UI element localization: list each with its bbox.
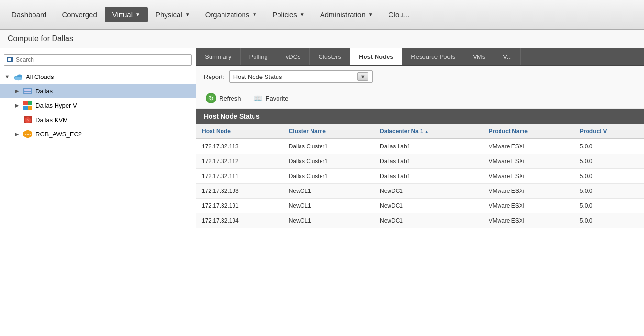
cell-clustername: Dallas Cluster1 [283,169,374,184]
tab-bar: Summary Polling vDCs Clusters Host Nodes… [196,48,644,66]
svg-point-3 [14,77,22,80]
cell-datacentername: NewDC1 [374,184,483,199]
cell-productversion: 5.0.0 [574,199,644,213]
cell-productname: VMware ESXi [483,199,574,213]
sidebar-item-rob-aws[interactable]: ▶ AWS ROB_AWS_EC2 [0,127,196,141]
action-row: ↻ Refresh 📖 Favorite [196,88,644,109]
sidebar-search-wrap [4,54,192,66]
nav-virtual[interactable]: Virtual ▼ [105,7,148,22]
cell-productname: VMware ESXi [483,169,574,184]
cloud-icon [13,72,23,81]
table-row[interactable]: 172.17.32.113Dallas Cluster1Dallas Lab1V… [196,139,644,154]
nav-physical[interactable]: Physical ▼ [148,7,198,22]
cell-productversion: 5.0.0 [574,169,644,184]
report-label: Report: [204,73,224,80]
sidebar-item-dallas-hyperv[interactable]: ▶ Dallas Hyper V [0,98,196,112]
tab-vdcs[interactable]: vDCs [277,48,310,65]
cell-clustername: NewCL1 [283,199,374,213]
favorite-button[interactable]: 📖 Favorite [251,92,290,104]
report-dropdown-arrow-icon[interactable]: ▼ [357,72,368,81]
organizations-arrow-icon: ▼ [252,12,257,17]
aws-icon: AWS [23,129,33,139]
col-host-node[interactable]: Host Node [196,124,283,139]
toggle-rob-aws: ▶ [13,131,20,137]
nav-organizations[interactable]: Organizations ▼ [198,7,265,22]
report-select[interactable]: Host Node Status ▼ [229,70,373,83]
main-layout: ▼ All Clouds ▶ Dallas ▶ [0,48,644,336]
nav-dashboard[interactable]: Dashboard [4,7,54,22]
cell-hostnode: 172.17.32.111 [196,169,283,184]
tab-polling[interactable]: Polling [241,48,277,65]
dallas-kvm-label: Dallas KVM [35,116,192,123]
cell-clustername: Dallas Cluster1 [283,139,374,154]
dallas-label: Dallas [35,88,192,95]
cell-hostnode: 172.17.32.112 [196,154,283,169]
all-clouds-label: All Clouds [26,73,192,80]
refresh-button[interactable]: ↻ Refresh [204,92,243,104]
hyperv-icon [23,101,33,110]
cell-productname: VMware ESXi [483,154,574,169]
table-row[interactable]: 172.17.32.193NewCL1NewDC1VMware ESXi5.0.… [196,184,644,199]
cell-datacentername: NewDC1 [374,199,483,213]
cell-hostnode: 172.17.32.113 [196,139,283,154]
table-row[interactable]: 172.17.32.112Dallas Cluster1Dallas Lab1V… [196,154,644,169]
tab-host-nodes[interactable]: Host Nodes [350,48,402,65]
col-cluster-name[interactable]: Cluster Name [283,124,374,139]
svg-rect-5 [24,89,31,90]
svg-text:AWS: AWS [24,133,31,136]
tab-summary[interactable]: Summary [196,48,241,65]
svg-text:K: K [26,118,29,122]
table-row[interactable]: 172.17.32.194NewCL1NewDC1VMware ESXi5.0.… [196,213,644,228]
table-row[interactable]: 172.17.32.191NewCL1NewDC1VMware ESXi5.0.… [196,199,644,213]
table-section: Host Node Status Host Node Cluster Name … [196,109,644,336]
kvm-icon: K [23,115,33,124]
cell-datacentername: Dallas Lab1 [374,139,483,154]
cell-hostnode: 172.17.32.193 [196,184,283,199]
tab-clusters[interactable]: Clusters [310,48,350,65]
cell-datacentername: Dallas Lab1 [374,154,483,169]
tab-more[interactable]: V... [494,48,521,65]
cell-productversion: 5.0.0 [574,154,644,169]
page-title: Compute for Dallas [0,30,644,48]
tab-vms[interactable]: VMs [464,48,494,65]
col-datacenter-name[interactable]: Datacenter Na 1 [374,124,483,139]
cell-clustername: NewCL1 [283,213,374,228]
sidebar-item-dallas[interactable]: ▶ Dallas [0,84,196,98]
cell-productname: VMware ESXi [483,184,574,199]
toggle-dallas: ▶ [13,88,20,94]
virtual-arrow-icon: ▼ [135,12,140,17]
cell-productname: VMware ESXi [483,139,574,154]
report-row: Report: Host Node Status ▼ [196,66,644,88]
cell-productversion: 5.0.0 [574,213,644,228]
toggle-dallas-hyperv: ▶ [13,102,20,109]
cell-hostnode: 172.17.32.191 [196,199,283,213]
refresh-icon: ↻ [206,93,216,103]
search-input[interactable] [4,54,192,66]
nav-converged[interactable]: Converged [54,7,104,22]
nav-administration[interactable]: Administration ▼ [312,7,381,22]
host-node-table: Host Node Cluster Name Datacenter Na 1 P… [196,124,644,228]
cell-datacentername: Dallas Lab1 [374,169,483,184]
datacenter-icon [23,86,33,96]
svg-rect-6 [24,90,31,91]
tab-resource-pools[interactable]: Resource Pools [402,48,464,65]
cell-datacentername: NewDC1 [374,213,483,228]
sidebar-item-all-clouds[interactable]: ▼ All Clouds [0,69,196,84]
table-row[interactable]: 172.17.32.111Dallas Cluster1Dallas Lab1V… [196,169,644,184]
col-product-version[interactable]: Product V [574,124,644,139]
nav-policies[interactable]: Policies ▼ [265,7,312,22]
table-title: Host Node Status [196,109,644,124]
col-product-name[interactable]: Product Name [483,124,574,139]
physical-arrow-icon: ▼ [185,12,190,17]
report-select-text: Host Node Status [233,73,354,80]
cell-productversion: 5.0.0 [574,139,644,154]
cell-clustername: NewCL1 [283,184,374,199]
cell-productname: VMware ESXi [483,213,574,228]
cell-clustername: Dallas Cluster1 [283,154,374,169]
policies-arrow-icon: ▼ [300,12,305,17]
top-navigation: Dashboard Converged Virtual ▼ Physical ▼… [0,0,644,30]
dallas-hyperv-label: Dallas Hyper V [35,102,192,109]
nav-cloud[interactable]: Clou... [381,7,417,22]
sidebar: ▼ All Clouds ▶ Dallas ▶ [0,48,196,336]
sidebar-item-dallas-kvm[interactable]: K Dallas KVM [0,112,196,127]
